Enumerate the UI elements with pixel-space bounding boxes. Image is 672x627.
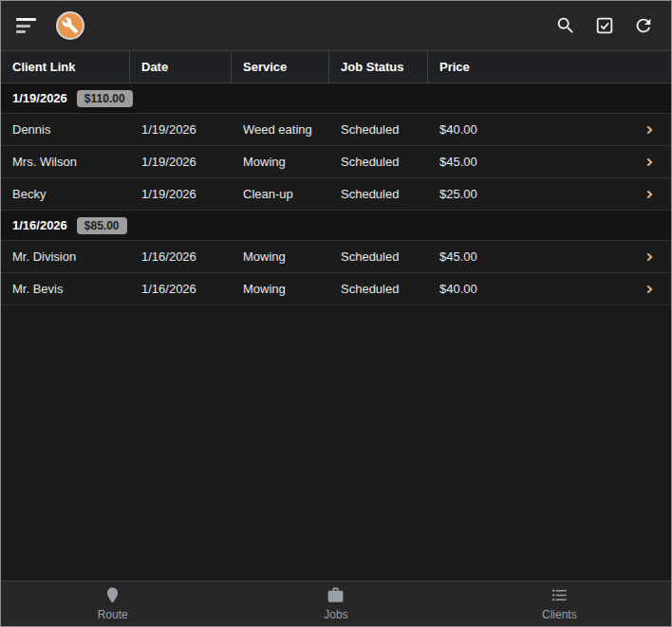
cell-price: $45.00 [428,155,671,170]
group-date: 1/19/2026 [12,91,67,105]
cell-client: Mr. Division [1,249,130,264]
column-header-price[interactable]: Price [428,51,671,83]
price-value: $25.00 [439,187,477,201]
group-date: 1/16/2026 [12,218,67,232]
table-row[interactable]: Mr. Division 1/16/2026 Mowing Scheduled … [1,241,671,273]
cell-client: Becky [1,187,130,201]
chevron-right-icon[interactable] [643,187,671,202]
group-total-badge: $110.00 [77,90,133,107]
select-checkbox-icon[interactable] [592,13,617,38]
cell-date: 1/16/2026 [130,249,232,264]
bottom-nav: Route Jobs Clients [1,581,671,626]
cell-status: Scheduled [329,122,428,137]
chevron-right-icon[interactable] [643,249,671,265]
empty-content-area [1,305,671,581]
cell-price: $25.00 [428,187,671,202]
briefcase-icon [327,586,345,607]
column-header-client-link[interactable]: Client Link [1,51,130,83]
column-header-date[interactable]: Date [130,51,232,83]
table-row[interactable]: Dennis 1/19/2026 Weed eating Scheduled $… [1,114,671,146]
table-row[interactable]: Mrs. Wilson 1/19/2026 Mowing Scheduled $… [1,146,671,178]
group-header-row: 1/16/2026 $85.00 [1,211,671,241]
cell-service: Clean-up [232,187,329,201]
column-header-service[interactable]: Service [232,51,329,83]
cell-client: Dennis [1,122,130,137]
cell-service: Weed eating [232,122,329,137]
cell-client: Mr. Bevis [1,282,130,296]
nav-label: Route [98,608,128,621]
cell-price: $45.00 [428,249,671,265]
cell-client: Mrs. Wilson [1,155,130,169]
app-window: Client Link Date Service Job Status Pric… [0,0,672,627]
cell-price: $40.00 [428,122,671,138]
route-pin-icon [103,586,121,607]
cell-date: 1/19/2026 [130,122,232,137]
chevron-right-icon[interactable] [643,282,671,297]
menu-icon[interactable] [16,18,37,33]
app-logo-wrench-icon[interactable] [56,11,84,40]
cell-status: Scheduled [329,282,428,296]
group-header-row: 1/19/2026 $110.00 [1,83,671,114]
cell-service: Mowing [232,249,329,264]
cell-status: Scheduled [329,187,428,201]
search-icon[interactable] [553,13,578,38]
list-icon [551,586,569,607]
group-total-badge: $85.00 [77,217,127,234]
table-row[interactable]: Becky 1/19/2026 Clean-up Scheduled $25.0… [1,178,671,211]
nav-label: Jobs [324,608,347,621]
table-header-row: Client Link Date Service Job Status Pric… [1,50,671,83]
cell-date: 1/16/2026 [130,282,232,296]
price-value: $45.00 [439,249,477,264]
cell-service: Mowing [232,155,329,169]
cell-status: Scheduled [329,155,428,169]
chevron-right-icon[interactable] [643,122,671,138]
top-bar [1,1,671,50]
table-row[interactable]: Mr. Bevis 1/16/2026 Mowing Scheduled $40… [1,273,671,305]
column-header-job-status[interactable]: Job Status [329,51,428,83]
topbar-actions [553,13,656,38]
cell-status: Scheduled [329,249,428,264]
nav-label: Clients [542,608,577,621]
cell-price: $40.00 [428,282,671,297]
nav-item-route[interactable]: Route [1,581,224,626]
cell-service: Mowing [232,282,329,296]
refresh-icon[interactable] [631,13,656,38]
cell-date: 1/19/2026 [130,155,232,169]
cell-date: 1/19/2026 [130,187,232,201]
price-value: $40.00 [439,282,477,296]
price-value: $40.00 [439,122,477,137]
nav-item-clients[interactable]: Clients [448,581,671,626]
chevron-right-icon[interactable] [643,155,671,170]
price-value: $45.00 [439,155,477,169]
nav-item-jobs[interactable]: Jobs [224,581,447,626]
